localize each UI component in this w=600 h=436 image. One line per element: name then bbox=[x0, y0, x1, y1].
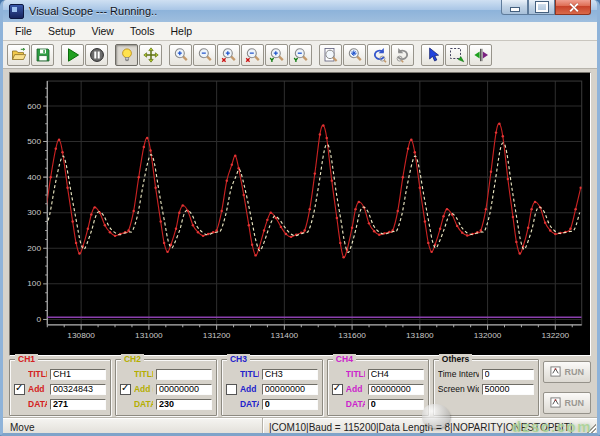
zoom-in-button[interactable] bbox=[169, 44, 192, 66]
channel-ch4-group: CH4TITLEAdd (HEX)DATA bbox=[327, 359, 429, 416]
svg-text:200: 200 bbox=[27, 244, 41, 253]
menu-file[interactable]: File bbox=[7, 23, 40, 40]
channel-ch4-legend: CH4 bbox=[333, 354, 356, 365]
save-button[interactable] bbox=[31, 44, 54, 66]
ch4-data-label: DATA bbox=[346, 399, 365, 409]
channel-ch2-legend: CH2 bbox=[121, 354, 144, 365]
others-field-1-input[interactable] bbox=[482, 384, 534, 395]
zoom-select-button[interactable] bbox=[343, 44, 366, 66]
ch2-data-input[interactable] bbox=[156, 399, 212, 410]
save-icon bbox=[35, 47, 51, 63]
others-field-0-input[interactable] bbox=[482, 369, 534, 380]
visual-scope-app-icon bbox=[9, 4, 24, 19]
pointer-button[interactable] bbox=[421, 44, 444, 66]
play-button[interactable] bbox=[61, 44, 84, 66]
minimize-button[interactable] bbox=[501, 0, 528, 15]
close-icon bbox=[569, 3, 578, 12]
toolbar-group bbox=[61, 44, 109, 66]
ch2-title-label: TITLE bbox=[134, 369, 153, 379]
channels-row: CH1TITLEAdd (HEX)DATACH2TITLEAdd (HEX)DA… bbox=[9, 359, 591, 416]
ch1-addr-input[interactable] bbox=[50, 384, 106, 395]
ch2-data-label: DATA bbox=[134, 399, 153, 409]
svg-text:100: 100 bbox=[27, 280, 41, 289]
minimize-icon bbox=[510, 7, 520, 12]
status-left: Move bbox=[3, 418, 263, 436]
ch3-title-input[interactable] bbox=[262, 369, 318, 380]
svg-text:300: 300 bbox=[27, 208, 41, 217]
pause-icon bbox=[89, 47, 105, 63]
ch3-data-input[interactable] bbox=[262, 399, 318, 410]
select-region-button[interactable] bbox=[445, 44, 468, 66]
zoom-select-icon bbox=[347, 47, 363, 63]
zoom-out-button[interactable] bbox=[193, 44, 216, 66]
ch4-title-label: TITLE bbox=[346, 369, 365, 379]
ch1-title-label: TITLE bbox=[28, 369, 47, 379]
ch4-addr-label: Add (HEX) bbox=[346, 384, 365, 394]
ch1-data-input[interactable] bbox=[50, 399, 106, 410]
zoom-y-out-button[interactable] bbox=[289, 44, 312, 66]
channel-ch2-group: CH2TITLEAdd (HEX)DATA bbox=[115, 359, 217, 416]
resize-grip[interactable] bbox=[584, 424, 596, 436]
ch2-title-input[interactable] bbox=[156, 369, 212, 380]
ch1-title-input[interactable] bbox=[50, 369, 106, 380]
svg-text:132000: 132000 bbox=[474, 331, 502, 340]
ch4-addr-checkbox[interactable] bbox=[332, 384, 343, 395]
window-title: Visual Scope --- Running.. bbox=[29, 5, 157, 17]
zoom-x-out-button[interactable] bbox=[241, 44, 264, 66]
zoom-x-in-button[interactable] bbox=[217, 44, 240, 66]
ch4-title-input[interactable] bbox=[368, 369, 424, 380]
toolbar-group bbox=[421, 44, 493, 66]
bulb-button[interactable] bbox=[115, 44, 138, 66]
svg-text:131800: 131800 bbox=[406, 331, 434, 340]
zoom-out-icon bbox=[197, 47, 213, 63]
run-button-label: RUN bbox=[565, 398, 585, 408]
open-button[interactable] bbox=[7, 44, 30, 66]
zoom-undo-icon bbox=[371, 47, 387, 63]
svg-text:500: 500 bbox=[27, 137, 41, 146]
window-controls bbox=[501, 0, 591, 15]
menu-view[interactable]: View bbox=[83, 23, 122, 40]
zoom-fit-button[interactable] bbox=[319, 44, 342, 66]
run-button-2[interactable]: RUN bbox=[543, 392, 592, 414]
ch2-addr-checkbox[interactable] bbox=[120, 384, 131, 395]
scope-chart[interactable]: 1308001310001312001314001316001318001320… bbox=[9, 72, 591, 356]
toolbar-group bbox=[169, 44, 313, 66]
svg-text:131000: 131000 bbox=[135, 331, 163, 340]
pan-icon bbox=[143, 47, 159, 63]
ch4-addr-input[interactable] bbox=[368, 384, 424, 395]
pause-button[interactable] bbox=[85, 44, 108, 66]
cursors-button[interactable] bbox=[469, 44, 492, 66]
run-button-1[interactable]: RUN bbox=[543, 361, 592, 383]
zoom-y-in-button[interactable] bbox=[265, 44, 288, 66]
svg-text:0: 0 bbox=[36, 315, 41, 324]
open-icon bbox=[11, 47, 27, 63]
menu-tools[interactable]: Tools bbox=[122, 23, 163, 40]
maximize-button[interactable] bbox=[528, 0, 555, 15]
ch1-addr-label: Add (HEX) bbox=[28, 384, 47, 394]
zoom-redo-button[interactable] bbox=[391, 44, 414, 66]
ch2-addr-input[interactable] bbox=[156, 384, 212, 395]
pointer-icon bbox=[425, 47, 441, 63]
run-button-label: RUN bbox=[565, 367, 585, 377]
pan-button[interactable] bbox=[139, 44, 162, 66]
svg-text:131400: 131400 bbox=[271, 331, 299, 340]
others-field-1-label: Screen Width bbox=[438, 384, 479, 394]
ch3-addr-input[interactable] bbox=[262, 384, 318, 395]
ch4-data-input[interactable] bbox=[368, 399, 424, 410]
zoom-in-icon bbox=[173, 47, 189, 63]
svg-text:131200: 131200 bbox=[203, 331, 231, 340]
ch3-addr-checkbox[interactable] bbox=[226, 384, 237, 395]
ch1-addr-checkbox[interactable] bbox=[14, 384, 25, 395]
channel-ch3-legend: CH3 bbox=[227, 354, 250, 365]
zoom-x-in-icon bbox=[221, 47, 237, 63]
toolbar-group bbox=[7, 44, 55, 66]
svg-text:130800: 130800 bbox=[67, 331, 95, 340]
zoom-undo-button[interactable] bbox=[367, 44, 390, 66]
menu-help[interactable]: Help bbox=[162, 23, 200, 40]
run-icon bbox=[550, 365, 561, 380]
close-button[interactable] bbox=[555, 0, 591, 15]
menu-setup[interactable]: Setup bbox=[40, 23, 83, 40]
channel-ch1-group: CH1TITLEAdd (HEX)DATA bbox=[9, 359, 111, 416]
play-icon bbox=[65, 47, 81, 63]
title-bar[interactable]: Visual Scope --- Running.. bbox=[3, 0, 597, 22]
